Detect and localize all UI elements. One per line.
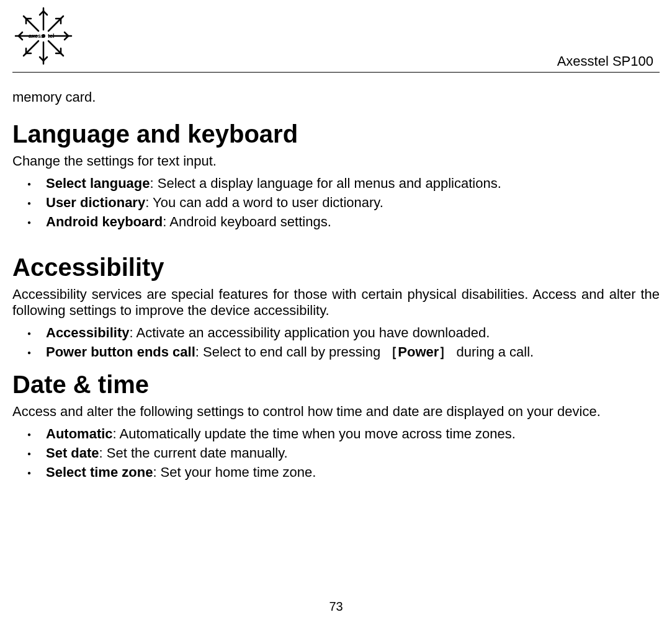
item-rest: : Automatically update the time when you… [113,426,516,441]
header-divider [12,72,660,73]
item-bold: Select time zone [46,464,153,480]
datetime-list: Automatic: Automatically update the time… [12,425,660,482]
page-number: 73 [329,600,343,614]
list-item: Power button ends call: Select to end ca… [27,343,660,362]
section-accessibility: Accessibility Accessibility services are… [12,254,660,362]
page-content: memory card. Language and keyboard Chang… [0,69,672,482]
axesstel-logo-icon: axess tel [12,5,74,67]
item-rest: : Select a display language for all menu… [150,175,501,191]
item-rest-post: during a call. [452,344,534,360]
list-item: Select language: Select a display langua… [27,174,660,193]
item-rest: : Set your home time zone. [153,464,316,480]
item-bold: Accessibility [46,325,130,340]
item-bold: Android keyboard [46,214,163,229]
section-heading-language: Language and keyboard [12,120,660,148]
list-item: User dictionary: You can add a word to u… [27,193,660,213]
key-key: Power [398,344,439,360]
page-header: axess tel Axesstel SP100 [0,0,672,69]
list-item: Select time zone: Set your home time zon… [27,463,660,482]
section-desc-language: Change the settings for text input. [12,153,660,169]
list-item: Automatic: Automatically update the time… [27,425,660,444]
item-bold: Set date [46,445,99,461]
item-bold: User dictionary [46,195,145,210]
section-datetime: Date & time Access and alter the followi… [12,371,660,482]
language-list: Select language: Select a display langua… [12,174,660,231]
item-rest: : Android keyboard settings. [163,214,331,229]
item-rest-pre: : Select to end call by pressing [195,344,385,360]
section-heading-accessibility: Accessibility [12,254,660,281]
item-bold: Automatic [46,426,113,441]
logo-text-right: tel [48,33,55,39]
product-name: Axesstel SP100 [557,53,653,69]
logo: axess tel [12,5,74,67]
section-desc-datetime: Access and alter the following settings … [12,404,660,420]
section-heading-datetime: Date & time [12,371,660,399]
list-item: Set date: Set the current date manually. [27,444,660,463]
bracket-open: ［ [384,344,398,360]
logo-text-left: axess [29,33,44,39]
continuation-text: memory card. [12,89,660,105]
item-rest: : Activate an accessibility application … [130,325,490,340]
item-bold: Power button ends call [46,344,195,360]
item-rest: : Set the current date manually. [99,445,288,461]
list-item: Android keyboard: Android keyboard setti… [27,213,660,232]
list-item: Accessibility: Activate an accessibility… [27,324,660,343]
item-bold: Select language [46,175,150,191]
section-desc-accessibility: Accessibility services are special featu… [12,286,660,319]
accessibility-list: Accessibility: Activate an accessibility… [12,324,660,362]
bracket-close: ］ [439,344,452,360]
item-rest: : You can add a word to user dictionary. [145,195,383,210]
